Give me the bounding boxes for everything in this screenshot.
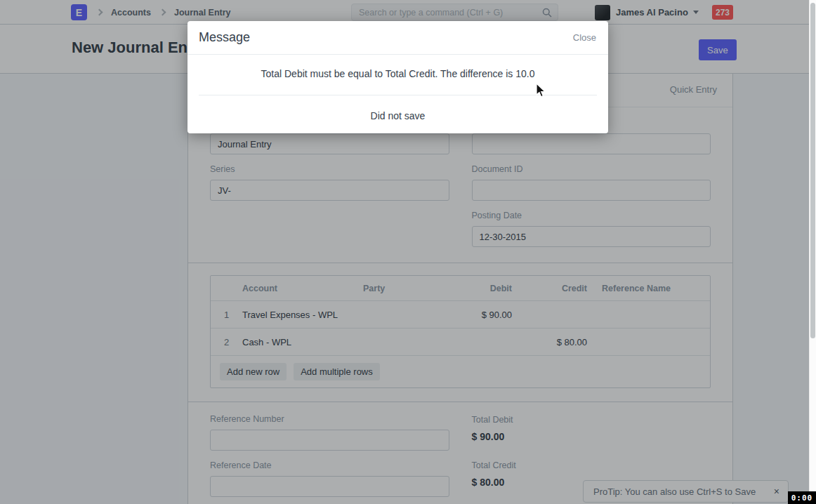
- dialog-title: Message: [199, 30, 250, 45]
- message-dialog: Message Close Total Debit must be equal …: [187, 21, 608, 133]
- dialog-header: Message Close: [187, 21, 608, 55]
- scrollbar-thumb[interactable]: [810, 3, 815, 338]
- mouse-cursor: [536, 83, 547, 98]
- dialog-message: Total Debit must be equal to Total Credi…: [199, 68, 597, 80]
- vertical-scrollbar[interactable]: [809, 0, 816, 504]
- dialog-close-button[interactable]: Close: [573, 32, 596, 43]
- dialog-footer-message: Did not save: [199, 110, 597, 122]
- recording-timer: 0:00: [788, 491, 816, 504]
